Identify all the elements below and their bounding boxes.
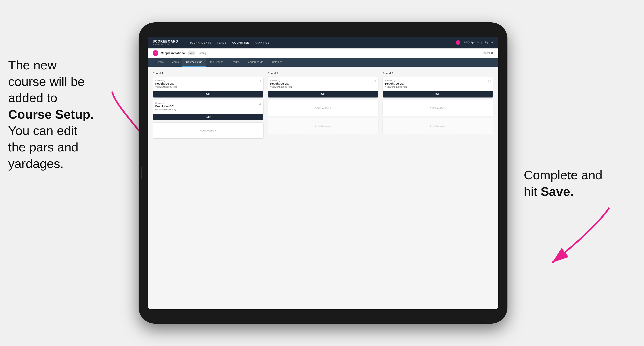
round2-course-a-card: (Course A) Peachtree GC Yellow (M) (6629…	[268, 77, 378, 98]
round-3-header: Round 3	[382, 72, 494, 75]
annotation-right-bold: Save.	[541, 184, 574, 198]
nav-user-email: blair@clippd.io	[463, 41, 479, 44]
top-nav: SCOREBOARD Powered by clippd TOURNAMENTS…	[148, 37, 498, 48]
tournament-name: Clippd Invitational	[161, 51, 186, 55]
round1-course-b-name: East Lake GC	[155, 105, 261, 108]
round-2-header: Round 2	[268, 72, 378, 75]
round3-course-a-tee: Yellow (M) (6629 yds)	[385, 86, 491, 88]
round1-course-a-card: (Course A) Peachtree GC Yellow (M) (6629…	[153, 77, 264, 98]
round1-course-b-label: (Course B)	[155, 102, 261, 104]
round-1-header: Round 1	[153, 72, 264, 75]
round2-course-a-name: Peachtree GC	[270, 82, 376, 85]
round2-add-course-button[interactable]: Add Course +	[268, 100, 378, 116]
annotation-left-line2: course will be	[8, 74, 85, 89]
round1-course-a-label: (Course A)	[155, 79, 261, 82]
round2-course-a-edit-button[interactable]: Edit	[268, 91, 378, 98]
tablet-screen: SCOREBOARD Powered by clippd TOURNAMENTS…	[148, 37, 498, 309]
tab-results[interactable]: Results	[227, 58, 243, 67]
round2-course-a-label: (Course A)	[270, 79, 376, 82]
round-1-column: Round 1 (Course A) Peachtree GC Yellow (…	[153, 72, 264, 141]
annotation-left-line3: added to	[8, 91, 57, 105]
nav-tournaments[interactable]: TOURNAMENTS	[190, 41, 211, 44]
annotation-right: Complete and hit Save.	[524, 167, 638, 200]
annotation-left-line5: You can edit	[8, 124, 77, 138]
round1-add-course-button[interactable]: Add Course +	[153, 122, 264, 139]
main-content: Round 1 (Course A) Peachtree GC Yellow (…	[148, 67, 498, 309]
annotation-left-line4: Course Setup.	[8, 107, 94, 121]
tab-printables[interactable]: Printables	[267, 58, 286, 67]
round1-course-b-card: (Course B) East Lake GC Black (M) (6891 …	[153, 100, 264, 120]
nav-teams[interactable]: TEAMS	[217, 41, 226, 44]
tournament-bar: C Clippd Invitational Men Hosting Cancel…	[148, 48, 498, 58]
annotation-left-line1: The new	[8, 58, 57, 72]
round1-course-a-delete-icon[interactable]: ⊟	[258, 79, 262, 83]
tournament-logo: C	[153, 50, 158, 56]
nav-right: blair@clippd.io | Sign out	[456, 40, 494, 45]
round1-course-a-name: Peachtree GC	[155, 82, 261, 85]
round1-course-b-delete-icon[interactable]: ⊟	[258, 102, 262, 106]
round2-add-course-label: Add Course +	[315, 106, 331, 110]
round2-course-a-delete-icon[interactable]: ⊟	[372, 79, 376, 83]
round2-course-a-tee: Yellow (M) (6629 yds)	[270, 86, 376, 88]
round1-course-a-edit-button[interactable]: Edit	[153, 91, 263, 98]
tablet-device: SCOREBOARD Powered by clippd TOURNAMENTS…	[138, 22, 508, 324]
round-2-column: Round 2 (Course A) Peachtree GC Yellow (…	[268, 72, 378, 141]
cancel-button[interactable]: Cancel ✕	[482, 51, 494, 55]
annotation-right-line1: Complete and	[524, 168, 602, 182]
nav-avatar	[456, 40, 460, 45]
tournament-hosting-label: Hosting	[198, 52, 206, 54]
nav-rankings[interactable]: RANKINGS	[255, 41, 270, 44]
tab-tee-groups[interactable]: Tee Groups	[206, 58, 227, 67]
tab-course-setup[interactable]: Course Setup	[182, 58, 206, 67]
annotation-left-line6: the pars and	[8, 140, 78, 154]
round3-course-a-name: Peachtree GC	[385, 82, 491, 85]
tab-teams[interactable]: Teams	[167, 58, 182, 67]
round1-add-course-label: Add Course +	[200, 129, 216, 132]
tab-bar: Details Teams Course Setup Tee Groups Re…	[148, 58, 498, 67]
annotation-right-line2: hit	[524, 184, 537, 198]
round3-course-a-delete-icon[interactable]: ⊟	[488, 79, 492, 83]
round1-course-b-edit-button[interactable]: Edit	[153, 114, 263, 120]
round3-course-a-label: (Course A)	[385, 79, 491, 82]
tournament-info: C Clippd Invitational Men Hosting	[153, 50, 206, 56]
round2-add-course-disabled-label: Add Course +	[315, 125, 331, 128]
nav-separator: |	[481, 41, 482, 44]
round2-add-course-disabled: Add Course +	[268, 118, 378, 134]
round3-add-course-label: Add Course +	[430, 106, 446, 110]
tab-details[interactable]: Details	[152, 58, 167, 67]
nav-committee[interactable]: COMMITTEE	[232, 41, 249, 44]
logo-text: SCOREBOARD	[153, 40, 178, 43]
annotation-left-line7: yardages.	[8, 157, 64, 171]
rounds-container: Round 1 (Course A) Peachtree GC Yellow (…	[153, 72, 494, 141]
round3-add-course-disabled: Add Course +	[382, 118, 494, 134]
nav-logo: SCOREBOARD Powered by clippd	[153, 40, 183, 45]
round3-course-a-edit-button[interactable]: Edit	[383, 91, 493, 98]
round1-course-b-tee: Black (M) (6891 yds)	[155, 108, 261, 111]
nav-links: TOURNAMENTS TEAMS COMMITTEE RANKINGS	[190, 41, 456, 44]
tournament-gender-badge: Men	[188, 51, 195, 54]
round3-add-course-button[interactable]: Add Course +	[382, 100, 494, 116]
round3-course-a-card: (Course A) Peachtree GC Yellow (M) (6629…	[382, 77, 494, 98]
nav-sign-out[interactable]: Sign out	[484, 41, 494, 44]
round-3-column: Round 3 (Course A) Peachtree GC Yellow (…	[382, 72, 494, 141]
logo-sub: Powered by clippd	[153, 43, 178, 45]
tab-leaderboards[interactable]: Leaderboards	[243, 58, 267, 67]
round1-course-a-tee: Yellow (M) (6629 yds)	[155, 86, 261, 88]
round3-add-course-disabled-label: Add Course +	[430, 125, 446, 128]
arrow-right	[544, 203, 618, 269]
